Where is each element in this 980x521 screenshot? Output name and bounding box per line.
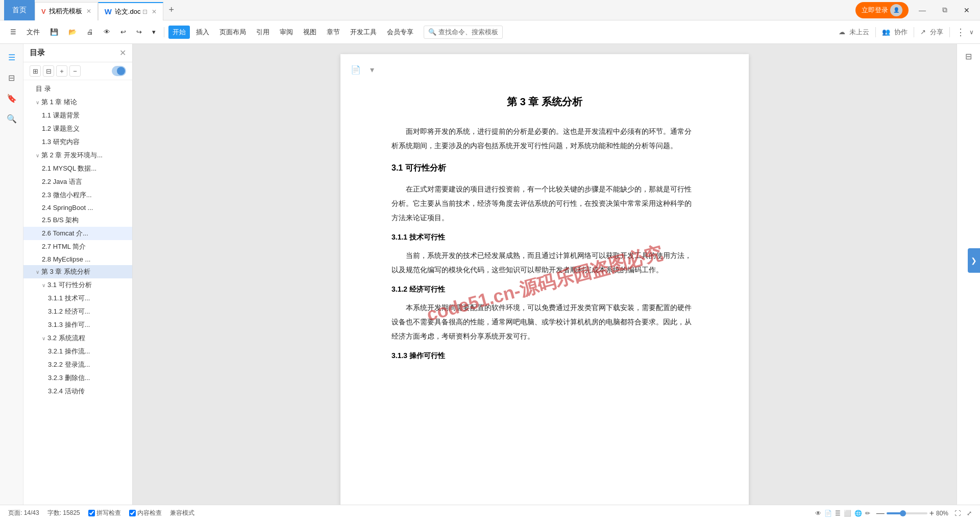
toc-add[interactable]: + [56, 65, 67, 77]
floating-expand-button[interactable]: ❯ [968, 248, 980, 273]
add-tab-button[interactable]: + [163, 0, 179, 20]
toolbar-layout[interactable]: 页面布局 [215, 26, 250, 39]
toc-item-2-2[interactable]: 2.2 Java 语言 [23, 175, 132, 188]
login-button[interactable]: 立即登录 👤 [855, 2, 909, 18]
toolbar-expand-icon[interactable]: ▾ [148, 26, 160, 38]
toc-item-3-1-3[interactable]: 3.1.3 操作可... [23, 318, 132, 331]
toolbar-separator-2 [875, 27, 876, 37]
toc-remove[interactable]: − [69, 65, 81, 77]
toc-item-3-1-1[interactable]: 3.1.1 技术可... [23, 292, 132, 305]
doc-dropdown-icon[interactable]: ▾ [365, 62, 379, 77]
toc-item-2-3[interactable]: 2.3 微信小程序... [23, 188, 132, 202]
toc-item-3-2[interactable]: ∨ 3.2 系统流程 [23, 331, 132, 345]
toc-item-1-2[interactable]: 1.2 课题意义 [23, 122, 132, 135]
view-icon-page[interactable]: 📄 [824, 510, 832, 517]
toc-item-3-2-3[interactable]: 3.2.3 删除信... [23, 371, 132, 385]
template-tab[interactable]: V 找稻壳模板 ✕ [35, 2, 98, 20]
spell-check[interactable]: 拼写检查 [88, 509, 121, 517]
toolbar-start[interactable]: 开始 [168, 26, 190, 39]
toc-item-3-1[interactable]: ∨ 3.1 可行性分析 [23, 278, 132, 292]
toc-item-ch3[interactable]: ∨ 第 3 章 系统分析 [23, 265, 132, 278]
doc-file-icon[interactable]: 📄 [349, 62, 363, 77]
toc-item-ch2[interactable]: ∨ 第 2 章 开发环境与... [23, 149, 132, 162]
toolbar-save-icon[interactable]: 💾 [46, 26, 62, 38]
toolbar-menu-icon[interactable]: ☰ [6, 26, 20, 38]
fullscreen-icon[interactable]: ⛶ [954, 510, 961, 517]
expand-view-icon[interactable]: ⤢ [967, 510, 972, 517]
toc-item-2-1[interactable]: 2.1 MYSQL 数据... [23, 162, 132, 175]
toc-item-2-8[interactable]: 2.8 MyEclipse ... [23, 253, 132, 265]
subsection-313-title: 3.1.3 操作可行性 [391, 351, 698, 361]
toolbar-separator-4 [949, 27, 950, 37]
zoom-slider[interactable] [887, 512, 927, 514]
toc-item-2-7[interactable]: 2.7 HTML 简介 [23, 240, 132, 253]
toc-expand-all[interactable]: ⊞ [30, 65, 41, 77]
doc-tab[interactable]: W 论文.doc ⊡ ✕ [98, 2, 164, 20]
zoom-plus-button[interactable]: + [929, 509, 934, 518]
toolbar-insert[interactable]: 插入 [192, 26, 213, 39]
doc-tab-close[interactable]: ✕ [152, 8, 157, 15]
toolbar-reference[interactable]: 引用 [252, 26, 274, 39]
content-check[interactable]: 内容检查 [129, 509, 162, 517]
toc-item-label-2-3: 2.3 微信小程序... [42, 191, 92, 200]
toolbar-preview-icon[interactable]: 👁 [100, 26, 114, 38]
view-icon-web[interactable]: ⬜ [844, 510, 851, 517]
toc-close-button[interactable]: ✕ [119, 48, 126, 58]
window-controls: 立即登录 👤 — ⧉ ✕ [855, 0, 976, 20]
zoom-minus-button[interactable]: — [876, 509, 885, 518]
spell-check-checkbox[interactable] [88, 510, 95, 516]
close-button[interactable]: ✕ [958, 0, 976, 20]
toc-item-1-3[interactable]: 1.3 研究内容 [23, 135, 132, 149]
sidebar-icon-outline[interactable]: ⊟ [3, 68, 21, 87]
toolbar-redo-icon[interactable]: ↪ [132, 26, 146, 38]
sidebar-icon-bookmark[interactable]: 🔖 [3, 89, 21, 107]
sidebar-icon-search[interactable]: 🔍 [3, 109, 21, 128]
toc-sync-toggle[interactable] [112, 66, 126, 76]
view-icon-read[interactable]: 👁 [815, 510, 821, 517]
toolbar-view[interactable]: 视图 [299, 26, 321, 39]
toc-item-label-2-6: 2.6 Tomcat 介... [42, 229, 88, 238]
toc-item-ch1[interactable]: ∨ 第 1 章 绪论 [23, 96, 132, 109]
toolbar-undo-icon[interactable]: ↩ [116, 26, 130, 38]
view-icon-edit[interactable]: ✏ [865, 510, 870, 517]
sidebar-icon-toc[interactable]: ☰ [3, 48, 21, 66]
main-layout: ☰ ⊟ 🔖 🔍 目录 ✕ ⊞ ⊟ + − 目 录 [0, 44, 980, 521]
collab-icon: 👥 [882, 28, 890, 36]
template-tab-close[interactable]: ✕ [86, 8, 91, 15]
toolbar-review[interactable]: 审阅 [276, 26, 297, 39]
doc-tab-icon: W [105, 7, 112, 16]
right-icon-filter[interactable]: ⊟ [961, 48, 977, 64]
share-label[interactable]: 分享 [930, 28, 943, 37]
expand-button[interactable]: ∨ [969, 29, 974, 36]
spell-check-label: 拼写检查 [96, 509, 121, 517]
toolbar-vip[interactable]: 会员专享 [383, 26, 418, 39]
content-check-checkbox[interactable] [129, 510, 136, 516]
toolbar-search[interactable]: 🔍 查找命令、搜索模板 [424, 26, 503, 39]
minimize-button[interactable]: — [913, 0, 932, 20]
toc-item-3-2-4[interactable]: 3.2.4 活动传 [23, 385, 132, 398]
view-icon-list[interactable]: ☰ [835, 510, 841, 517]
toc-item-2-6[interactable]: 2.6 Tomcat 介... [23, 227, 132, 240]
toc-item-3-2-2[interactable]: 3.2.2 登录流... [23, 358, 132, 371]
toolbar-open-icon[interactable]: 📂 [64, 26, 81, 38]
toolbar-print-icon[interactable]: 🖨 [83, 26, 97, 38]
toc-item-3-2-1[interactable]: 3.2.1 操作流... [23, 345, 132, 358]
toolbar-chapter[interactable]: 章节 [323, 26, 344, 39]
home-tab[interactable]: 首页 [4, 0, 35, 20]
view-icon-globe[interactable]: 🌐 [854, 510, 862, 517]
zoom-level-label: 80% [936, 510, 948, 517]
toolbar-devtools[interactable]: 开发工具 [346, 26, 381, 39]
doc-tab-restore[interactable]: ⊡ [142, 8, 148, 15]
collab-label[interactable]: 协作 [894, 28, 908, 37]
toc-header: 目录 ✕ [23, 44, 132, 62]
more-button[interactable]: ⋮ [956, 27, 965, 38]
toc-item-3-1-2[interactable]: 3.1.2 经济可... [23, 305, 132, 318]
toc-collapse-all[interactable]: ⊟ [43, 65, 54, 77]
toc-item-2-4[interactable]: 2.4 SpringBoot ... [23, 202, 132, 214]
toc-item-main-toc[interactable]: 目 录 [23, 82, 132, 96]
toc-item-2-5[interactable]: 2.5 B/S 架构 [23, 214, 132, 227]
toc-sync-dot [117, 67, 125, 75]
toolbar-file[interactable]: 文件 [22, 26, 44, 39]
toc-item-1-1[interactable]: 1.1 课题背景 [23, 109, 132, 122]
restore-button[interactable]: ⧉ [936, 0, 953, 20]
